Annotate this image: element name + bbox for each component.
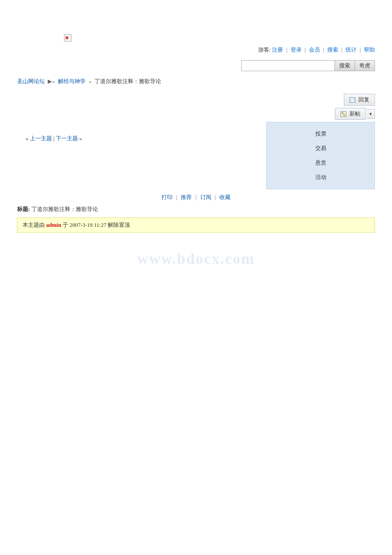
- right-panel-vote[interactable]: 投票: [267, 127, 375, 141]
- breadcrumb-separator: »: [89, 78, 93, 84]
- new-post-dropdown-button[interactable]: ▾: [367, 109, 375, 119]
- notice-admin-link[interactable]: admin: [46, 222, 61, 228]
- nav-link-login[interactable]: 登录: [291, 46, 302, 53]
- nav-bar: 游客: 注册 | 登录 | 会员 | 搜索 | 统计 | 帮助: [9, 46, 383, 54]
- reply-button[interactable]: 📄 回复: [344, 94, 375, 106]
- search-bar: 搜索 奇虎: [9, 60, 383, 71]
- qihu-button[interactable]: 奇虎: [355, 60, 375, 71]
- breadcrumb: 圣山网论坛 ▶» 解经与神学 » 丁道尔雅歌注释：雅歌导论: [9, 78, 383, 85]
- edit-icon: ✏️: [340, 111, 346, 117]
- new-post-button[interactable]: ✏️ 新帖: [335, 108, 366, 120]
- nav-link-member[interactable]: 会员: [309, 46, 320, 53]
- right-panel-activity[interactable]: 活动: [267, 170, 375, 185]
- nav-link-search[interactable]: 搜索: [327, 46, 338, 53]
- thread-nav-links: « 上一主题 | 下一主题 »: [17, 135, 266, 142]
- nav-separator-3: |: [323, 46, 326, 53]
- nav-separator-4: |: [341, 46, 344, 53]
- collect-link[interactable]: 收藏: [219, 194, 231, 200]
- nav-separator-2: |: [305, 46, 307, 53]
- right-panel-trade[interactable]: 交易: [267, 141, 375, 156]
- action-links: 打印 | 推荐 | 订阅 | 收藏: [9, 194, 383, 201]
- notice-text-suffix: 于 2007-3-19 11:27 解除置顶: [63, 222, 130, 228]
- breadcrumb-forum[interactable]: 圣山网论坛: [17, 78, 45, 84]
- nav-link-register[interactable]: 注册: [272, 46, 283, 53]
- topic-title-text: 丁道尔雅歌注释：雅歌导论: [32, 206, 98, 212]
- prev-topic-link[interactable]: 上一主题: [30, 135, 52, 142]
- watermark: www.bdocx.com: [9, 241, 383, 276]
- action-sep-2: |: [196, 194, 198, 200]
- prev-arrows: «: [26, 135, 29, 142]
- breadcrumb-arrow: ▶»: [48, 78, 56, 84]
- right-panel-reward[interactable]: 悬赏: [267, 156, 375, 170]
- reply-icon: 📄: [349, 97, 355, 103]
- print-link[interactable]: 打印: [161, 194, 173, 200]
- left-area: « 上一主题 | 下一主题 »: [17, 122, 266, 189]
- topic-label: 标题:: [17, 206, 30, 212]
- nav-link-stats[interactable]: 统计: [346, 46, 357, 53]
- next-arrows: »: [79, 135, 82, 142]
- main-layout: « 上一主题 | 下一主题 » 投票 交易 悬赏 活动: [9, 122, 383, 189]
- guest-label: 游客:: [258, 46, 271, 53]
- reply-label: 回复: [358, 96, 369, 104]
- breadcrumb-topic: 丁道尔雅歌注释：雅歌导论: [95, 78, 161, 84]
- nav-link-help[interactable]: 帮助: [364, 46, 375, 53]
- topic-title-area: 标题: 丁道尔雅歌注释：雅歌导论: [9, 205, 383, 213]
- notice-text-prefix: 本主题由: [23, 222, 46, 228]
- action-sep-3: |: [215, 194, 217, 200]
- breadcrumb-category[interactable]: 解经与神学: [58, 78, 86, 84]
- toolbar-row-2: ✏️ 新帖 ▾: [9, 108, 383, 120]
- toolbar-row-1: 📄 回复: [9, 94, 383, 106]
- recommend-link[interactable]: 推荐: [181, 194, 192, 200]
- nav-separator-1: |: [286, 46, 289, 53]
- search-input[interactable]: [241, 60, 335, 71]
- notice-box: 本主题由 admin 于 2007-3-19 11:27 解除置顶: [17, 217, 375, 233]
- next-topic-link[interactable]: 下一主题: [56, 135, 78, 142]
- nav-separator-5: |: [360, 46, 362, 53]
- dropdown-arrow-icon: ▾: [369, 111, 372, 117]
- search-button[interactable]: 搜索: [335, 60, 355, 71]
- subscribe-link[interactable]: 订阅: [200, 194, 211, 200]
- logo-image: ✕: [64, 34, 72, 42]
- new-post-label: 新帖: [349, 110, 360, 118]
- right-panel: 投票 交易 悬赏 活动: [266, 122, 375, 189]
- action-sep-1: |: [176, 194, 179, 200]
